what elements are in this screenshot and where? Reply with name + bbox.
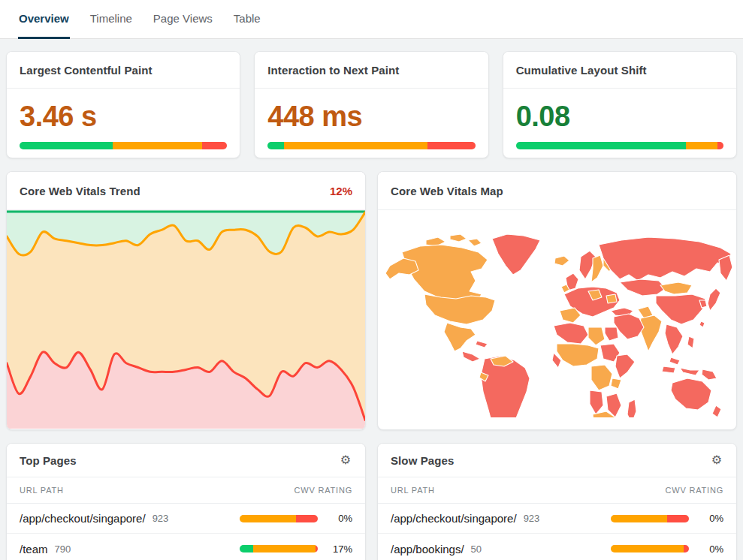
map-region-russia[interactable] xyxy=(599,237,731,281)
map-region-indonesia[interactable] xyxy=(680,368,699,375)
lcp-distribution-bar xyxy=(20,142,227,149)
map-region-new-zealand[interactable] xyxy=(712,405,721,417)
map-region-australia[interactable] xyxy=(671,378,711,410)
map-region-usa[interactable] xyxy=(424,294,495,324)
lcp-card-header: Largest Contentful Paint xyxy=(7,52,240,89)
top-pages-header: Top Pages ⚙ xyxy=(7,444,365,477)
page-path-link[interactable]: /app/bookings/ xyxy=(391,543,464,555)
charts-row: Core Web Vitals Trend 12% Core Web Vital… xyxy=(6,171,737,430)
map-region-greenland[interactable] xyxy=(492,234,540,275)
page-view-count: 923 xyxy=(524,513,540,524)
lcp-value: 3.46 s xyxy=(20,102,227,131)
map-region-mexico[interactable] xyxy=(444,323,476,351)
table-row[interactable]: /app/bookings/ 50 0% xyxy=(378,534,736,560)
inp-card: Interaction to Next Paint 448 ms xyxy=(254,51,488,158)
cwv-map-card: Core Web Vitals Map xyxy=(377,171,737,430)
cls-card-header: Cumulative Layout Shift xyxy=(503,52,736,89)
world-map[interactable] xyxy=(381,222,734,417)
cwv-trend-header: Core Web Vitals Trend 12% xyxy=(7,172,365,210)
map-region-kazakhstan[interactable] xyxy=(620,279,666,296)
map-region-drc[interactable] xyxy=(591,365,612,390)
inp-card-header: Interaction to Next Paint xyxy=(255,52,488,89)
map-body xyxy=(378,222,736,430)
map-region-west-africa[interactable] xyxy=(557,344,599,366)
trend-chart[interactable] xyxy=(7,210,365,429)
table-row[interactable]: /team 790 17% xyxy=(7,534,365,560)
slow-pages-settings-button[interactable]: ⚙ xyxy=(710,453,723,468)
map-region-india[interactable] xyxy=(639,315,662,351)
inp-title: Interaction to Next Paint xyxy=(267,64,399,77)
tab-page-views[interactable]: Page Views xyxy=(153,0,213,39)
map-region-angola[interactable] xyxy=(590,390,603,414)
map-region-sweden[interactable] xyxy=(591,255,603,282)
good-percent-label: 0% xyxy=(324,513,352,524)
gear-icon: ⚙ xyxy=(340,453,351,466)
inp-distribution-bar xyxy=(267,142,475,149)
slow-pages-header: Slow Pages ⚙ xyxy=(378,444,736,477)
cls-value: 0.08 xyxy=(516,102,723,131)
map-region-arctic-islands[interactable] xyxy=(450,234,467,242)
slow-pages-title: Slow Pages xyxy=(391,454,454,467)
cwv-map-header: Core Web Vitals Map xyxy=(378,172,736,210)
map-region-horn-of-africa[interactable] xyxy=(615,354,635,378)
map-region-indonesia[interactable] xyxy=(662,366,675,373)
url-path-column-label: URL PATH xyxy=(20,486,64,495)
map-region-northwest-africa[interactable] xyxy=(554,323,588,344)
map-region-cuba[interactable] xyxy=(476,341,488,348)
page-view-count: 50 xyxy=(471,543,482,555)
pages-row: Top Pages ⚙ URL PATH CWV RATING /app/che… xyxy=(6,443,737,560)
lcp-card: Largest Contentful Paint 3.46 s xyxy=(6,51,240,158)
tab-bar: Overview Timeline Page Views Table xyxy=(0,0,743,39)
map-region-china[interactable] xyxy=(656,294,705,324)
tab-overview[interactable]: Overview xyxy=(18,0,70,39)
page-path-link[interactable]: /team xyxy=(20,543,48,555)
url-path-column-label: URL PATH xyxy=(391,486,435,495)
top-pages-settings-button[interactable]: ⚙ xyxy=(339,453,352,468)
cls-card: Cumulative Layout Shift 0.08 xyxy=(503,51,737,158)
map-region-malaysia[interactable] xyxy=(669,357,680,365)
good-percent-label: 0% xyxy=(695,513,723,524)
inp-body: 448 ms xyxy=(255,89,488,149)
map-region-kenya[interactable] xyxy=(611,378,621,389)
cwv-trend-title: Core Web Vitals Trend xyxy=(20,185,140,197)
map-region-new-guinea[interactable] xyxy=(702,369,717,380)
cls-title: Cumulative Layout Shift xyxy=(516,64,647,77)
cls-distribution-bar xyxy=(516,142,723,149)
map-region-philippines[interactable] xyxy=(687,336,694,348)
map-region-taiwan[interactable] xyxy=(699,321,705,327)
cwv-rating-column-label: CWV RATING xyxy=(294,486,352,495)
map-region-japan[interactable] xyxy=(708,288,720,311)
trend-poor-percent-badge: 12% xyxy=(330,185,352,197)
dashboard: Largest Contentful Paint 3.46 s Interact… xyxy=(0,39,743,560)
map-region-egypt[interactable] xyxy=(605,327,618,341)
table-row[interactable]: /app/checkout/singapore/ 923 0% xyxy=(378,504,736,534)
map-region-arctic-islands[interactable] xyxy=(468,239,482,246)
cwv-rating-bar xyxy=(611,545,689,552)
page-path-link[interactable]: /app/checkout/singapore/ xyxy=(20,512,146,525)
table-row[interactable]: /app/checkout/singapore/ 923 0% xyxy=(7,504,365,534)
cls-body: 0.08 xyxy=(503,89,736,149)
map-region-kamchatka[interactable] xyxy=(719,255,732,281)
tab-table[interactable]: Table xyxy=(233,0,261,39)
cwv-map-title: Core Web Vitals Map xyxy=(391,185,503,197)
top-pages-column-header: URL PATH CWV RATING xyxy=(7,477,365,504)
map-region-eastern-europe[interactable] xyxy=(606,294,617,303)
map-region-central-america[interactable] xyxy=(462,351,480,362)
cwv-rating-bar xyxy=(611,515,689,522)
map-region-canada[interactable] xyxy=(402,245,488,302)
map-region-southeast-asia[interactable] xyxy=(665,324,683,354)
cwv-rating-bar xyxy=(240,545,318,552)
lcp-title: Largest Contentful Paint xyxy=(20,64,153,77)
metric-cards-row: Largest Contentful Paint 3.46 s Interact… xyxy=(6,51,737,158)
map-region-mongolia[interactable] xyxy=(660,282,692,294)
map-region-madagascar[interactable] xyxy=(627,399,636,417)
gear-icon: ⚙ xyxy=(711,453,722,466)
lcp-body: 3.46 s xyxy=(7,89,240,149)
slow-pages-column-header: URL PATH CWV RATING xyxy=(378,477,736,504)
top-pages-title: Top Pages xyxy=(20,454,77,467)
tab-timeline[interactable]: Timeline xyxy=(89,0,133,39)
page-path-link[interactable]: /app/checkout/singapore/ xyxy=(391,512,517,525)
map-region-iceland[interactable] xyxy=(554,256,569,266)
cwv-rating-column-label: CWV RATING xyxy=(666,486,723,495)
map-region-libya[interactable] xyxy=(588,327,605,345)
